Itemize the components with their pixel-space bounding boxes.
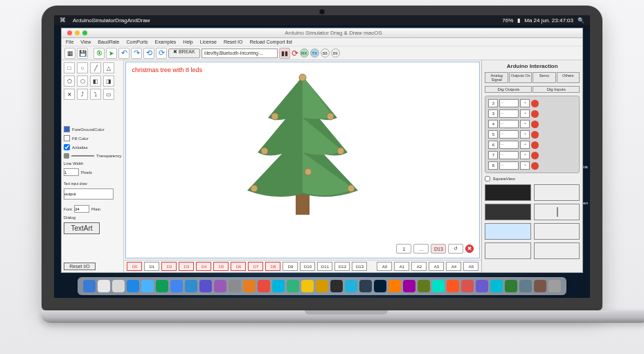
dock-app-27[interactable]: [476, 280, 488, 292]
module-extra-b[interactable]: [485, 242, 530, 259]
shape-circle[interactable]: ○: [77, 62, 88, 73]
tab-outputs-on[interactable]: Outputs On: [509, 72, 532, 83]
tab-others[interactable]: Others: [557, 72, 580, 83]
pin-d0[interactable]: D0: [127, 262, 142, 271]
shape-line[interactable]: ╱: [90, 62, 101, 73]
module-extra-c[interactable]: [534, 242, 580, 259]
io-pin-num[interactable]: 8: [488, 161, 498, 170]
dock-app-2[interactable]: [112, 280, 125, 292]
io-pin-num[interactable]: 6: [488, 141, 498, 149]
shape-fillrect2[interactable]: ◨: [103, 76, 114, 87]
pin-d3[interactable]: D3: [179, 262, 194, 271]
dock-app-30[interactable]: [519, 280, 532, 292]
shape-hex[interactable]: ⬡: [77, 76, 88, 87]
pin-a5[interactable]: A5: [463, 262, 478, 271]
pin-a0[interactable]: A0: [377, 262, 392, 271]
pin-d6[interactable]: D6: [231, 262, 246, 271]
squareview-checkbox[interactable]: [485, 176, 490, 182]
font-size-input[interactable]: [74, 205, 89, 213]
dock-app-12[interactable]: [258, 280, 270, 292]
dock-app-1[interactable]: [98, 280, 110, 292]
pin-d11[interactable]: D11: [317, 262, 332, 271]
pin-widget[interactable]: 1 ... D13 ↺ ✖: [396, 244, 474, 254]
dock-app-5[interactable]: [156, 280, 168, 292]
io-pin-num[interactable]: 5: [488, 130, 498, 139]
pin-d7[interactable]: D7: [248, 262, 263, 271]
module-lcd[interactable]: [485, 184, 530, 201]
tab-dig-inputs[interactable]: Dig Inputs: [533, 86, 580, 93]
pin-a3[interactable]: A3: [429, 262, 444, 271]
io-pin-spin[interactable]: ⌃: [520, 120, 530, 128]
io-pin-select[interactable]: ...: [499, 109, 519, 118]
widget-field-b[interactable]: ...: [413, 244, 429, 254]
dock-app-0[interactable]: [83, 280, 96, 292]
break-button[interactable]: ✖ BREAK: [168, 48, 200, 58]
pin-d9[interactable]: D9: [283, 262, 298, 271]
pin-d5[interactable]: D5: [213, 262, 229, 271]
window-controls[interactable]: [67, 30, 87, 35]
dock-app-20[interactable]: [374, 280, 386, 292]
dock-app-11[interactable]: [243, 280, 256, 292]
io-pin-spin[interactable]: ⌃: [520, 141, 530, 149]
dock-app-8[interactable]: [199, 280, 212, 292]
module-pot[interactable]: [534, 204, 580, 220]
dock-app-25[interactable]: [447, 280, 459, 292]
pin-d12[interactable]: D12: [334, 262, 350, 271]
zoom-icon[interactable]: [82, 30, 87, 35]
shape-pent[interactable]: ⬠: [64, 76, 75, 87]
macos-dock[interactable]: [78, 277, 566, 295]
titlebar[interactable]: Arduino Simulator Drag & Draw macOS: [62, 28, 582, 38]
module-extra-a[interactable]: [534, 223, 580, 240]
dock-app-7[interactable]: [185, 280, 197, 292]
io-pin-select[interactable]: ...: [499, 99, 519, 107]
pin-d8[interactable]: D8: [265, 262, 280, 271]
dock-app-32[interactable]: [548, 280, 561, 292]
antialias-checkbox[interactable]: [64, 144, 70, 150]
menu-help[interactable]: Help: [183, 39, 193, 44]
widget-delete-icon[interactable]: ✖: [465, 245, 474, 253]
tab-analog[interactable]: Analog Signal: [485, 72, 508, 83]
menu-examples[interactable]: Examples: [155, 39, 177, 44]
dock-app-29[interactable]: [505, 280, 517, 292]
undo-button[interactable]: ↶: [118, 48, 129, 59]
pin-a4[interactable]: A4: [446, 262, 461, 271]
io-pin-num[interactable]: 7: [488, 151, 498, 159]
drawing-canvas[interactable]: christmas tree with 8 leds: [125, 62, 480, 258]
redo-button[interactable]: ↷: [131, 48, 142, 59]
dock-app-22[interactable]: [403, 280, 415, 292]
io-pin-select[interactable]: ...: [499, 151, 519, 159]
module-slider[interactable]: [534, 184, 580, 201]
menu-baudrate[interactable]: BaudRate: [98, 39, 119, 44]
io-pin-select[interactable]: ...: [499, 130, 519, 139]
io-pin-select[interactable]: ...: [499, 141, 519, 149]
shape-tri[interactable]: △: [103, 62, 114, 73]
menu-view[interactable]: View: [80, 39, 91, 44]
module-led-matrix[interactable]: [485, 204, 530, 220]
pin-d2[interactable]: D2: [161, 262, 177, 271]
shape-rect[interactable]: □: [64, 62, 75, 73]
step-button[interactable]: ➤: [106, 48, 117, 59]
dock-app-31[interactable]: [534, 280, 546, 292]
io-pin-spin[interactable]: ⌃: [520, 99, 530, 107]
dock-app-26[interactable]: [461, 280, 474, 292]
shape-arcdn[interactable]: ⤵: [90, 89, 101, 100]
menu-reload-comport[interactable]: Reload Comport list: [250, 39, 292, 44]
menu-comports[interactable]: ComPorts: [126, 39, 147, 44]
pin-a2[interactable]: A2: [411, 262, 427, 271]
shape-arcup[interactable]: ⤴: [77, 89, 88, 100]
apple-menu-icon[interactable]: ⌘: [60, 17, 66, 24]
save-button[interactable]: 💾: [77, 48, 88, 59]
dock-app-17[interactable]: [330, 280, 343, 292]
run-button[interactable]: ⦿: [93, 48, 105, 59]
io-pin-spin[interactable]: ⌃: [520, 161, 530, 170]
pin-d4[interactable]: D4: [196, 262, 211, 271]
io-pin-spin[interactable]: ⌃: [520, 109, 530, 118]
fg-swatch[interactable]: [64, 126, 70, 132]
io-pin-select[interactable]: ...: [499, 161, 519, 170]
dock-app-3[interactable]: [127, 280, 139, 292]
dock-app-4[interactable]: [141, 280, 154, 292]
io-pin-spin[interactable]: ⌃: [520, 130, 530, 139]
menu-file[interactable]: File: [66, 39, 73, 44]
widget-field-a[interactable]: 1: [396, 244, 411, 254]
tab-servo[interactable]: Servo: [533, 72, 555, 83]
